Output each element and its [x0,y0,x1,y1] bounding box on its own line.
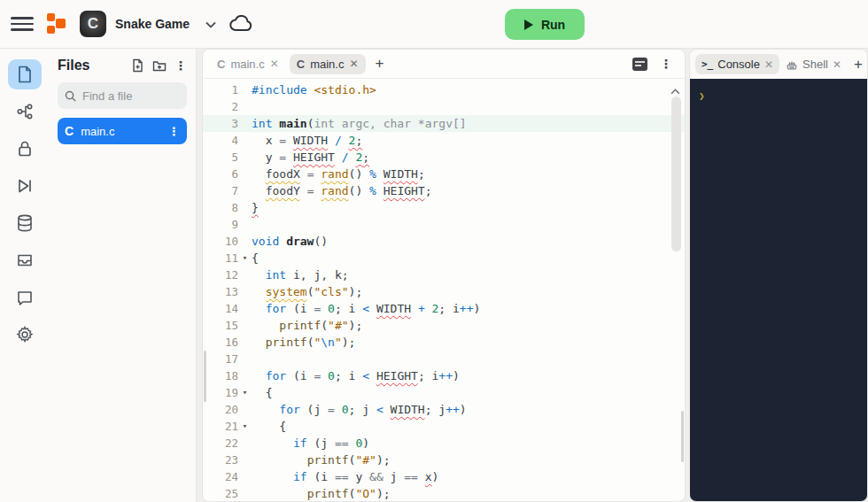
c-file-icon: C [297,58,305,71]
code-line: 6 foodX = rand() % WIDTH; [203,166,685,182]
code-lines: 1#include <stdio.h>23int main(int argc, … [203,81,685,501]
c-file-icon: C [65,124,74,138]
file-item-main-c[interactable]: C main.c ⋮ [58,118,187,144]
code-line: 4 x = WIDTH / 2; [203,132,685,149]
settings-icon[interactable] [8,320,42,350]
editor-layout-icon[interactable] [632,58,647,71]
console-prompt-symbol: ❯ [699,90,705,102]
code-line: 18 for (i = 0; i < HEIGHT; i++) [203,367,685,384]
code-line: 22 if (j == 0) [203,435,685,452]
code-line: 14 for (i = 0; i < WIDTH + 2; i++) [203,300,685,317]
code-line: 12 int i, j, k; [203,266,685,283]
skip-run-icon[interactable] [8,171,42,201]
inbox-icon[interactable] [8,245,42,275]
files-panel: Files ⋮ C main.c ⋮ [49,49,197,502]
code-line: 2 [203,98,685,115]
search-icon [65,90,76,102]
chevron-down-icon[interactable] [205,16,216,32]
files-panel-title: Files [58,58,123,73]
code-line: 19▾ { [203,384,685,401]
console-pane: >_ Console ✕ Shell ✕ + ❯ [689,49,868,502]
repl-title[interactable]: Snake Game [115,17,190,31]
code-line: 23 printf("#"); [203,452,685,468]
files-menu-kebab-icon[interactable]: ⋮ [174,59,187,72]
code-line: 25 printf("O"); [203,485,685,501]
pane-resize-handle-right[interactable] [681,411,684,462]
code-line: 15 printf("#"); [203,317,685,334]
close-tab-icon[interactable]: ✕ [833,58,841,71]
workspace: Files ⋮ C main.c ⋮ [0,49,868,502]
new-console-tab-button[interactable]: + [848,56,868,73]
code-line: 24 if (i == y && j == x) [203,468,685,485]
database-icon[interactable] [8,208,42,238]
code-line: 9 [203,216,685,233]
editor-scrollbar[interactable] [671,97,681,251]
file-name: main.c [81,125,168,138]
console-output[interactable]: ❯ [690,79,867,501]
files-icon[interactable] [8,59,42,89]
lock-icon[interactable] [8,134,42,164]
code-editor[interactable]: 1#include <stdio.h>23int main(int argc, … [203,79,685,501]
c-file-icon: C [217,58,225,71]
new-folder-icon[interactable] [152,59,167,73]
file-options-kebab-icon[interactable]: ⋮ [168,125,180,138]
code-line: 21▾ { [203,418,685,435]
file-search[interactable] [58,82,187,109]
code-line: 7 foodY = rand() % HEIGHT; [203,182,685,199]
code-line: 3int main(int argc, char *argv[] [203,115,685,132]
source-control-icon[interactable] [8,97,42,127]
close-tab-icon[interactable]: ✕ [764,58,773,71]
code-line: 10void draw() [203,233,685,250]
editor-menu-kebab-icon[interactable]: ⋮ [660,58,672,70]
new-tab-button[interactable]: + [369,55,391,73]
pane-resize-handle-left[interactable] [204,351,206,402]
code-line: 1#include <stdio.h> [203,81,685,98]
code-line: 5 y = HEIGHT / 2; [203,149,685,166]
editor-pane: C main.c ✕ C main.c ✕ + ⋮ 1#include <std… [202,49,686,502]
cloud-status-icon [229,15,253,33]
console-prompt-icon: >_ [701,58,713,70]
file-search-input[interactable] [82,89,180,103]
replit-logo-icon[interactable] [46,12,69,35]
shell-icon [786,58,798,70]
tab-shell[interactable]: Shell ✕ [779,54,848,74]
console-tabbar: >_ Console ✕ Shell ✕ + [690,50,867,79]
editor-tab-main-c-1[interactable]: C main.c ✕ [210,54,286,74]
top-header: C Snake Game Run [0,0,868,49]
play-icon [524,19,533,30]
code-line: 11▾{ [203,250,685,266]
run-button[interactable]: Run [505,9,585,40]
hamburger-menu-icon[interactable] [11,12,34,35]
c-language-icon: C [80,11,106,37]
editor-tab-main-c-2[interactable]: C main.c ✕ [290,54,366,74]
code-line: 8} [203,199,685,216]
close-tab-icon[interactable]: ✕ [270,58,279,70]
editor-tabbar: C main.c ✕ C main.c ✕ + ⋮ [203,50,685,79]
tool-rail [0,49,49,502]
code-line: 13 system("cls"); [203,283,685,300]
close-tab-icon[interactable]: ✕ [349,58,358,70]
new-file-icon[interactable] [131,58,144,73]
tab-console[interactable]: >_ Console ✕ [695,54,779,74]
code-line: 16 printf("\n"); [203,334,685,351]
chat-icon[interactable] [8,282,42,313]
code-line: 17 [203,351,685,367]
code-line: 20 for (j = 0; j < WIDTH; j++) [203,401,685,418]
